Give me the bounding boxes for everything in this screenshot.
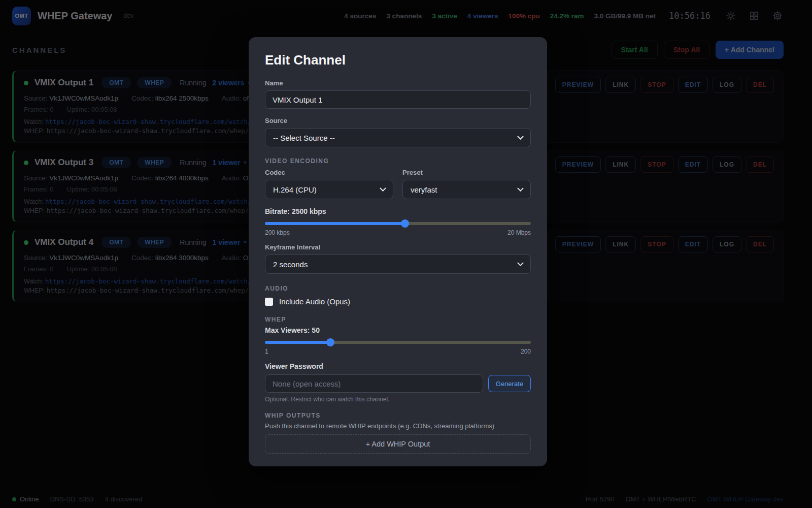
include-audio-checkbox[interactable] bbox=[265, 298, 273, 306]
chevron-down-icon bbox=[517, 133, 524, 140]
whip-help-text: Push this channel to remote WHIP endpoin… bbox=[265, 422, 531, 430]
audio-section-header: AUDIO bbox=[265, 285, 531, 292]
source-select[interactable]: -- Select Source -- bbox=[265, 128, 531, 147]
slider-fill bbox=[265, 222, 405, 225]
max-viewers-slider[interactable] bbox=[265, 338, 531, 346]
max-viewers-label: Max Viewers: 50 bbox=[265, 326, 531, 334]
source-label: Source bbox=[265, 117, 531, 124]
chevron-down-icon bbox=[517, 260, 524, 266]
chevron-down-icon bbox=[380, 185, 386, 192]
whip-outputs-section-header: WHIP OUTPUTS bbox=[265, 412, 531, 419]
whep-section-header: WHEP bbox=[265, 316, 531, 323]
preset-label: Preset bbox=[402, 169, 531, 176]
codec-label: Codec bbox=[265, 169, 393, 176]
name-label: Name bbox=[265, 79, 531, 87]
include-audio-row: Include Audio (Opus) bbox=[265, 297, 531, 306]
modal-title: Edit Channel bbox=[265, 52, 531, 68]
preset-select[interactable]: veryfast bbox=[402, 180, 531, 199]
bitrate-label: Bitrate: 2500 kbps bbox=[265, 207, 531, 215]
slider-thumb[interactable] bbox=[401, 219, 409, 228]
generate-password-button[interactable]: Generate bbox=[488, 375, 531, 392]
viewers-max-label: 200 bbox=[521, 348, 531, 355]
password-help-text: Optional. Restrict who can watch this ch… bbox=[265, 396, 531, 403]
keyframe-label: Keyframe Interval bbox=[265, 243, 531, 251]
include-audio-label: Include Audio (Opus) bbox=[279, 297, 350, 306]
viewers-min-label: 1 bbox=[265, 348, 268, 355]
bitrate-max-label: 20 Mbps bbox=[507, 229, 531, 236]
codec-select[interactable]: H.264 (CPU) bbox=[265, 180, 393, 199]
viewer-password-label: Viewer Password bbox=[265, 362, 531, 370]
video-encoding-section-header: VIDEO ENCODING bbox=[265, 157, 531, 165]
viewer-password-input[interactable] bbox=[265, 374, 483, 393]
channel-name-input[interactable] bbox=[265, 90, 531, 109]
slider-fill bbox=[265, 341, 330, 344]
edit-channel-modal: Edit Channel Name Source -- Select Sourc… bbox=[249, 37, 547, 466]
add-whip-output-button[interactable]: + Add WHIP Output bbox=[265, 434, 531, 454]
bitrate-slider[interactable] bbox=[265, 219, 531, 227]
bitrate-min-label: 200 kbps bbox=[265, 229, 290, 236]
chevron-down-icon bbox=[517, 185, 524, 192]
slider-thumb[interactable] bbox=[326, 338, 334, 346]
keyframe-select[interactable]: 2 seconds bbox=[265, 255, 531, 274]
